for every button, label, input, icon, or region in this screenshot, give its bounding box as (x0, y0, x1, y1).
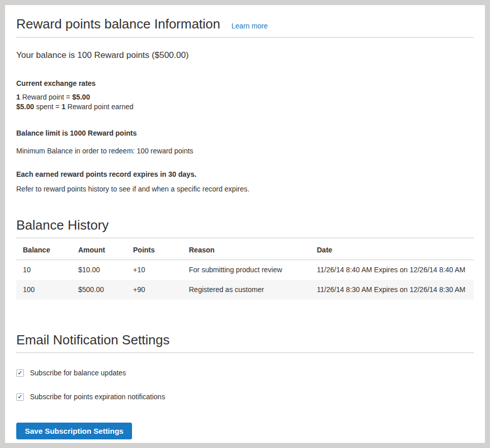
balance-history-table: Balance Amount Points Reason Date 10 $10… (16, 238, 474, 300)
exchange-rates-heading: Current exchange rates (16, 78, 474, 88)
cell-balance: 10 (16, 260, 72, 280)
rate-text: Reward point = (20, 93, 72, 101)
cell-reason: Registered as customer (182, 280, 310, 300)
rate-text: Reward point earned (66, 103, 134, 111)
rate-points-value: 1 (61, 103, 66, 111)
expiry-line: Each earned reward points record expires… (16, 169, 474, 179)
table-row: 100 $500.00 +90 Registered as customer 1… (16, 280, 474, 300)
reward-points-panel: Reward points balance Information Learn … (5, 5, 485, 443)
subscribe-expiration-notifications-label[interactable]: Subscribe for points expiration notifica… (30, 393, 165, 401)
subscribe-expiration-notifications-field: ✓ Subscribe for points expiration notifi… (16, 393, 474, 401)
cell-date: 11/26/14 8:30 AM Expires on 12/26/14 8:3… (310, 280, 474, 300)
column-header-date: Date (310, 238, 474, 260)
balance-limit-line: Balance limit is 1000 Reward points (16, 128, 474, 138)
checkmark-icon: ✓ (17, 394, 22, 400)
subscribe-balance-updates-checkbox[interactable]: ✓ (16, 369, 24, 377)
page-title: Reward points balance Information (16, 16, 220, 31)
email-notification-heading: Email Notification Settings (16, 332, 474, 353)
subscribe-balance-updates-label[interactable]: Subscribe for balance updates (30, 369, 126, 377)
cell-reason: For submitting product review (182, 260, 310, 280)
table-header-row: Balance Amount Points Reason Date (16, 238, 474, 260)
rate-money-value: $5.00 (16, 103, 34, 111)
column-header-reason: Reason (182, 238, 310, 260)
subscribe-balance-updates-field: ✓ Subscribe for balance updates (16, 369, 474, 377)
rate-money-value: $5.00 (72, 93, 90, 101)
save-subscription-settings-button[interactable]: Save Subscription Settings (16, 423, 132, 439)
page-title-row: Reward points balance Information Learn … (16, 11, 474, 38)
rate-text: spent = (34, 103, 61, 111)
column-header-balance: Balance (16, 238, 72, 260)
column-header-points: Points (126, 238, 182, 260)
cell-balance: 100 (16, 280, 72, 300)
column-header-amount: Amount (72, 238, 126, 260)
balance-summary: Your balance is 100 Reward points ($500.… (16, 50, 474, 60)
subscribe-expiration-notifications-checkbox[interactable]: ✓ (16, 393, 24, 401)
cell-points: +10 (126, 260, 182, 280)
rate-line-earn: 1 Reward point = $5.00 (16, 92, 474, 102)
cell-date: 11/26/14 8:40 AM Expires on 12/26/14 8:4… (310, 260, 474, 280)
exchange-rates: 1 Reward point = $5.00 $5.00 spent = 1 R… (16, 92, 474, 112)
cell-points: +90 (126, 280, 182, 300)
table-row: 10 $10.00 +10 For submitting product rev… (16, 260, 474, 280)
rate-line-spend: $5.00 spent = 1 Reward point earned (16, 102, 474, 112)
refer-history-line: Refer to reward points history to see if… (16, 184, 474, 194)
balance-history-heading: Balance History (16, 217, 474, 238)
cell-amount: $500.00 (72, 280, 126, 300)
cell-amount: $10.00 (72, 260, 126, 280)
checkmark-icon: ✓ (17, 370, 22, 376)
learn-more-link[interactable]: Learn more (232, 22, 268, 30)
minimum-balance-line: Minimum Balance in order to redeem: 100 … (16, 146, 474, 156)
rate-points-value: 1 (16, 93, 20, 101)
